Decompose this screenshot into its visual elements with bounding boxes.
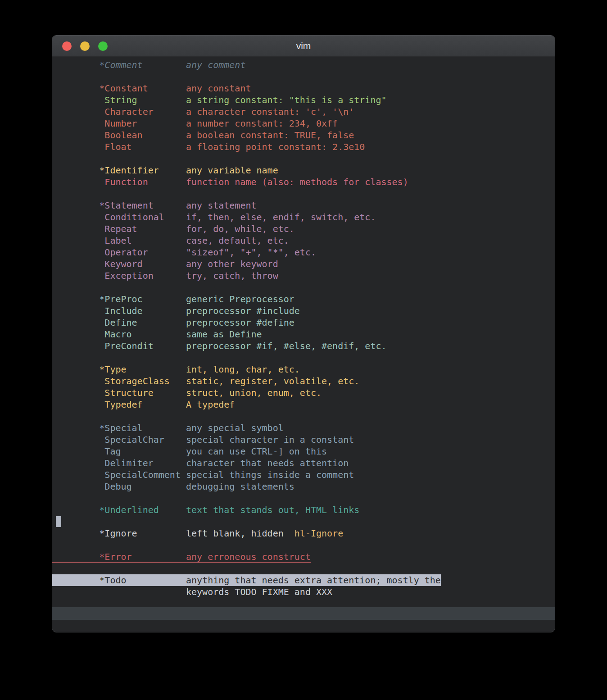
segment-constant: Float a floating point constant: 2.3e10 xyxy=(56,141,365,152)
buffer-line: String a string constant: "this is a str… xyxy=(56,94,555,106)
buffer-line: SpecialComment special things inside a c… xyxy=(56,469,555,481)
todo-highlight-bar: *Todo anything that needs extra attentio… xyxy=(52,574,441,586)
segment-tag: hl-Ignore xyxy=(294,528,343,539)
buffer-line: Label case, default, etc. xyxy=(56,235,555,246)
buffer-line xyxy=(56,282,555,293)
buffer-line: Function function name (also: methods fo… xyxy=(56,176,555,188)
buffer-line: Delimiter character that needs attention xyxy=(56,457,555,469)
buffer[interactable]: *Comment any comment *Constant any const… xyxy=(52,56,555,607)
segment-preproc: Include preprocessor #include xyxy=(56,305,300,316)
segment-special: Debug debugging statements xyxy=(56,481,294,492)
buffer-line: Define preprocessor #define xyxy=(56,317,555,328)
segment-special: Delimiter character that needs attention xyxy=(56,458,349,468)
segment-underlined: *Underlined text that stands out, HTML l… xyxy=(56,505,359,515)
segment-statement: Conditional if, then, else, endif, switc… xyxy=(56,212,376,223)
buffer-line: *Identifier any variable name xyxy=(56,164,555,176)
buffer-line: Operator "sizeof", "+", "*", etc. xyxy=(56,246,555,258)
buffer-line xyxy=(56,492,555,504)
segment-statement: Label case, default, etc. xyxy=(56,235,289,246)
buffer-line: *Statement any statement xyxy=(56,200,555,211)
buffer-line: Tag you can use CTRL-] on this xyxy=(56,445,555,457)
segment-type: Typedef A typedef xyxy=(56,399,235,410)
traffic-lights xyxy=(62,41,108,51)
segment-preproc: *PreProc generic Preprocessor xyxy=(56,294,294,305)
buffer-line: *PreProc generic Preprocessor xyxy=(56,293,555,305)
buffer-line xyxy=(56,516,555,527)
segment-preproc: Define preprocessor #define xyxy=(56,317,294,328)
buffer-line xyxy=(56,352,555,364)
error-highlight-bar: *Error any erroneous construct xyxy=(52,551,311,563)
segment-error: *Error any erroneous construct xyxy=(56,551,311,562)
buffer-line: *Error any erroneous construct xyxy=(56,551,555,563)
segment-constant: *Constant any constant xyxy=(56,83,251,94)
buffer-line: SpecialChar special character in a const… xyxy=(56,434,555,445)
buffer-line: PreCondit preprocessor #if, #else, #endi… xyxy=(56,340,555,352)
segment-function: Function function name (also: methods fo… xyxy=(56,177,408,187)
command-line-text: :nohlsearch xyxy=(77,632,137,632)
segment-statement: Keyword any other keyword xyxy=(56,259,278,269)
buffer-line: StorageClass static, register, volatile,… xyxy=(56,375,555,387)
buffer-line xyxy=(56,410,555,422)
command-line[interactable]: :nohlsearch xyxy=(52,620,555,632)
buffer-line: *Underlined text that stands out, HTML l… xyxy=(56,504,555,516)
segment-statement: Operator "sizeof", "+", "*", etc. xyxy=(56,247,316,258)
buffer-line: Typedef A typedef xyxy=(56,399,555,410)
buffer-line: *Ignore left blank, hidden hl-Ignore xyxy=(56,527,555,539)
segment-comment: *Comment any comment xyxy=(56,59,245,70)
buffer-line xyxy=(56,71,555,82)
buffer-line: Exception try, catch, throw xyxy=(56,270,555,282)
buffer-line: Float a floating point constant: 2.3e10 xyxy=(56,141,555,153)
buffer-line xyxy=(56,188,555,200)
segment-special: SpecialComment special things inside a c… xyxy=(56,469,354,480)
buffer-line: Repeat for, do, while, etc. xyxy=(56,223,555,235)
segment-statement: Repeat for, do, while, etc. xyxy=(56,223,294,234)
window-title: vim xyxy=(52,41,555,51)
segment-type: StorageClass static, register, volatile,… xyxy=(56,376,359,386)
segment-preproc: Macro same as Define xyxy=(56,329,262,340)
vim-window: vim *Comment any comment *Constant any c… xyxy=(52,35,555,632)
buffer-line: Keyword any other keyword xyxy=(56,258,555,270)
buffer-line xyxy=(56,153,555,164)
buffer-line: keywords TODO FIXME and XXX xyxy=(56,586,555,598)
minimize-button[interactable] xyxy=(80,41,90,51)
cursor-block xyxy=(56,516,61,527)
titlebar[interactable]: vim xyxy=(52,36,555,57)
segment-type: *Type int, long, char, etc. xyxy=(56,364,300,375)
segment-special: Tag you can use CTRL-] on this xyxy=(56,446,327,457)
close-button[interactable] xyxy=(62,41,72,51)
segment-statement: *Statement any statement xyxy=(56,200,257,211)
buffer-line: Include preprocessor #include xyxy=(56,305,555,317)
segment-identifier: *Identifier any variable name xyxy=(56,165,278,176)
segment-type: Structure struct, union, enum, etc. xyxy=(56,387,322,398)
segment-special: *Special any special symbol xyxy=(56,423,284,433)
buffer-line xyxy=(56,539,555,551)
buffer-line: *Comment any comment xyxy=(56,59,555,71)
buffer-line: Macro same as Define xyxy=(56,328,555,340)
buffer-line: *Todo anything that needs extra attentio… xyxy=(56,574,555,586)
buffer-line: Structure struct, union, enum, etc. xyxy=(56,387,555,399)
segment-statement: Exception try, catch, throw xyxy=(56,270,278,281)
segment-string: String a string constant: "this is a str… xyxy=(56,95,387,105)
segment-todo: *Todo anything that needs extra attentio… xyxy=(56,575,441,586)
buffer-line: *Constant any constant xyxy=(56,82,555,94)
segment-special: SpecialChar special character in a const… xyxy=(56,434,354,445)
buffer-line: Conditional if, then, else, endif, switc… xyxy=(56,211,555,223)
buffer-line: Boolean a boolean constant: TRUE, false xyxy=(56,129,555,141)
segment-preproc: PreCondit preprocessor #if, #else, #endi… xyxy=(56,341,387,351)
zoom-button[interactable] xyxy=(98,41,108,51)
statusline: syntax.txt [help] [-][RO] unix/utf-8 264… xyxy=(52,607,555,620)
segment-normal: *Ignore left blank, hidden xyxy=(56,528,294,539)
segment-constant: Boolean a boolean constant: TRUE, false xyxy=(56,130,354,141)
segment-normal: keywords TODO FIXME and XXX xyxy=(56,586,332,597)
buffer-line: *Type int, long, char, etc. xyxy=(56,364,555,375)
segment-constant: Character a character constant: 'c', '\n… xyxy=(56,106,354,117)
buffer-line: Debug debugging statements xyxy=(56,481,555,492)
buffer-line xyxy=(56,563,555,574)
buffer-line: Number a number constant: 234, 0xff xyxy=(56,118,555,129)
buffer-line: *Special any special symbol xyxy=(56,422,555,434)
buffer-line: Character a character constant: 'c', '\n… xyxy=(56,106,555,118)
segment-constant: Number a number constant: 234, 0xff xyxy=(56,118,338,129)
